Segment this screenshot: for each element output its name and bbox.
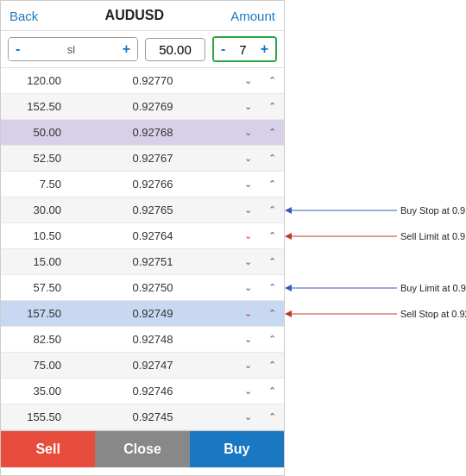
table-row: 7.50 0.92766 ⌄ ⌃ [1, 172, 284, 197]
svg-text:Buy Stop at 0.92765: Buy Stop at 0.92765 [400, 205, 466, 216]
table-row: 82.50 0.92748 ⌄ ⌃ [1, 327, 284, 353]
footer: Sell Close Buy [1, 430, 284, 467]
row-price: 0.92750 [70, 281, 236, 294]
row-up-button[interactable]: ⌃ [260, 101, 284, 112]
row-amount: 152.50 [1, 100, 70, 113]
row-down-button[interactable]: ⌄ [236, 75, 260, 86]
table-row: 120.00 0.92770 ⌄ ⌃ [1, 68, 284, 94]
symbol-label: AUDUSD [105, 8, 164, 23]
table-row: 75.00 0.92747 ⌄ ⌃ [1, 353, 284, 379]
row-up-button[interactable]: ⌃ [260, 153, 284, 164]
row-down-button[interactable]: ⌄ [236, 101, 260, 112]
row-amount: 15.00 [1, 255, 70, 268]
sell-button[interactable]: Sell [1, 431, 95, 467]
row-up-button[interactable]: ⌃ [260, 334, 284, 345]
row-up-button[interactable]: ⌃ [260, 256, 284, 267]
row-up-button[interactable]: ⌃ [260, 75, 284, 86]
row-price: 0.92768 [70, 126, 236, 139]
table-row: 35.00 0.92746 ⌄ ⌃ [1, 379, 284, 404]
row-down-button[interactable]: ⌄ [236, 178, 260, 190]
row-amount: 157.50 [1, 307, 70, 320]
row-amount: 57.50 [1, 281, 70, 294]
row-up-button[interactable]: ⌃ [260, 308, 284, 319]
amount-plus-button[interactable]: + [254, 38, 275, 60]
svg-text:Sell Stop at 0.92749: Sell Stop at 0.92749 [400, 309, 466, 319]
sl-label: sl [27, 43, 115, 56]
row-amount: 82.50 [1, 333, 70, 346]
row-up-button[interactable]: ⌃ [260, 127, 284, 138]
row-amount: 10.50 [1, 229, 70, 242]
svg-marker-6 [285, 285, 292, 291]
row-price: 0.92765 [70, 204, 236, 216]
row-price: 0.92749 [70, 307, 236, 320]
table-row: 52.50 0.92767 ⌄ ⌃ [1, 146, 284, 172]
row-price: 0.92745 [70, 410, 236, 423]
annotation-svg: Buy Stop at 0.92765Sell Limit at 0.92764… [285, 0, 466, 476]
svg-marker-3 [285, 233, 292, 240]
amount-value: 7 [232, 39, 253, 60]
row-amount: 155.50 [1, 410, 70, 423]
row-price: 0.92764 [70, 229, 236, 242]
row-price: 0.92746 [70, 385, 236, 398]
amount-minus-button[interactable]: - [214, 38, 232, 60]
amount-label[interactable]: Amount [230, 9, 275, 23]
row-price: 0.92770 [70, 74, 236, 87]
row-amount: 30.00 [1, 204, 70, 216]
row-up-button[interactable]: ⌃ [260, 230, 284, 241]
row-amount: 75.00 [1, 359, 70, 372]
row-up-button[interactable]: ⌃ [260, 204, 284, 216]
row-price: 0.92748 [70, 333, 236, 346]
svg-text:Buy Limit at 0.92750: Buy Limit at 0.92750 [400, 283, 466, 293]
row-down-button[interactable]: ⌄ [236, 230, 260, 241]
row-down-button[interactable]: ⌄ [236, 308, 260, 319]
back-button[interactable]: Back [9, 9, 38, 23]
row-down-button[interactable]: ⌄ [236, 411, 260, 423]
table-row: 157.50 0.92749 ⌄ ⌃ [1, 301, 284, 327]
row-amount: 35.00 [1, 385, 70, 398]
svg-marker-9 [285, 310, 292, 317]
svg-marker-0 [285, 207, 292, 214]
table-row: 57.50 0.92750 ⌄ ⌃ [1, 275, 284, 301]
amount-control: - 7 + [212, 36, 277, 62]
sl-minus-button[interactable]: - [9, 38, 27, 60]
sl-control: - sl + [8, 37, 138, 61]
table-row: 50.00 0.92768 ⌄ ⌃ [1, 120, 284, 146]
row-down-button[interactable]: ⌄ [236, 334, 260, 345]
row-up-button[interactable]: ⌃ [260, 178, 284, 190]
row-up-button[interactable]: ⌃ [260, 360, 284, 371]
price-table: 120.00 0.92770 ⌄ ⌃ 152.50 0.92769 ⌄ ⌃ 50… [1, 68, 284, 430]
row-down-button[interactable]: ⌄ [236, 153, 260, 164]
row-price: 0.92751 [70, 255, 236, 268]
row-price: 0.92767 [70, 152, 236, 165]
table-row: 155.50 0.92745 ⌄ ⌃ [1, 404, 284, 430]
svg-text:Sell Limit at 0.92764: Sell Limit at 0.92764 [400, 231, 466, 241]
row-price: 0.92747 [70, 359, 236, 372]
table-row: 15.00 0.92751 ⌄ ⌃ [1, 249, 284, 275]
header: Back AUDUSD Amount [1, 1, 284, 31]
controls-row: - sl + 50.00 - 7 + [1, 31, 284, 68]
row-amount: 7.50 [1, 178, 70, 191]
buy-button[interactable]: Buy [190, 431, 284, 467]
row-down-button[interactable]: ⌄ [236, 256, 260, 267]
row-up-button[interactable]: ⌃ [260, 282, 284, 293]
row-amount: 120.00 [1, 74, 70, 87]
annotations-panel: Buy Stop at 0.92765Sell Limit at 0.92764… [285, 0, 466, 476]
table-row: 10.50 0.92764 ⌄ ⌃ [1, 223, 284, 249]
row-down-button[interactable]: ⌄ [236, 385, 260, 397]
close-button[interactable]: Close [95, 431, 189, 467]
row-price: 0.92766 [70, 178, 236, 191]
row-down-button[interactable]: ⌄ [236, 282, 260, 293]
row-amount: 50.00 [1, 126, 70, 139]
row-price: 0.92769 [70, 100, 236, 113]
table-row: 30.00 0.92765 ⌄ ⌃ [1, 197, 284, 223]
row-down-button[interactable]: ⌄ [236, 127, 260, 138]
row-down-button[interactable]: ⌄ [236, 360, 260, 371]
row-up-button[interactable]: ⌃ [260, 385, 284, 397]
table-row: 152.50 0.92769 ⌄ ⌃ [1, 94, 284, 120]
main-panel: Back AUDUSD Amount - sl + 50.00 - 7 + 12… [0, 0, 285, 476]
price-display: 50.00 [145, 38, 205, 61]
row-down-button[interactable]: ⌄ [236, 204, 260, 216]
row-amount: 52.50 [1, 152, 70, 165]
row-up-button[interactable]: ⌃ [260, 411, 284, 423]
sl-plus-button[interactable]: + [116, 38, 137, 60]
